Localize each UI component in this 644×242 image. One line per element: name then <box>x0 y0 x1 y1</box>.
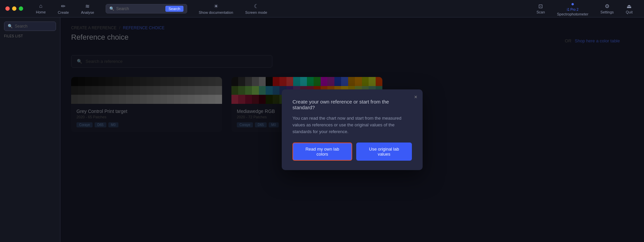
close-button[interactable] <box>5 6 10 11</box>
quit-icon: ⏏ <box>627 3 632 9</box>
sidebar: 🔍 FILES LIST <box>0 17 60 242</box>
search-bar: 🔍 Search <box>106 4 187 13</box>
nav-spectrophotometer-label: Spectrophotometer <box>557 12 589 16</box>
modal-title: Create your own reference or start from … <box>292 99 412 110</box>
nav-home[interactable]: ⌂ Home <box>30 2 52 15</box>
maximize-button[interactable] <box>19 6 23 11</box>
nav-spectrophotometer[interactable]: ● i1 Pro 2 Spectrophotometer <box>551 0 595 17</box>
traffic-lights <box>5 6 23 11</box>
nav-home-label: Home <box>36 10 46 14</box>
nav-quit[interactable]: ⏏ Quit <box>620 2 639 15</box>
modal-buttons: Read my own lab colors Use original lab … <box>292 143 412 161</box>
nav-settings-label: Settings <box>600 10 614 14</box>
scan-icon: ⊡ <box>538 3 543 9</box>
modal-close-button[interactable]: × <box>414 94 417 100</box>
doc-icon: ☀ <box>214 3 218 9</box>
nav-show-doc-label: Show documentation <box>199 10 233 14</box>
sidebar-search-icon: 🔍 <box>8 24 13 29</box>
create-icon: ✏ <box>61 3 65 9</box>
files-list-label: FILES LIST <box>4 34 56 38</box>
nav-scan[interactable]: ⊡ Scan <box>530 2 551 15</box>
nav-screen-mode-label: Screen mode <box>245 10 267 14</box>
spectrophotometer-icon: ● <box>571 1 574 7</box>
search-input[interactable] <box>116 6 163 11</box>
nav-scan-label: Scan <box>536 10 545 14</box>
sidebar-search-input[interactable] <box>15 24 52 29</box>
nav-screen-mode[interactable]: ☾ Screen mode <box>239 2 273 16</box>
nav-settings[interactable]: ⚙ Settings <box>594 2 620 15</box>
nav-right: ⊡ Scan ● i1 Pro 2 Spectrophotometer ⚙ Se… <box>530 0 639 17</box>
settings-icon: ⚙ <box>605 3 609 9</box>
nav-quit-label: Quit <box>626 10 633 14</box>
modal: × Create your own reference or start fro… <box>282 89 423 170</box>
home-icon: ⌂ <box>39 3 43 9</box>
use-original-lab-values-button[interactable]: Use original lab values <box>356 143 412 161</box>
nav-analyse-label: Analyse <box>81 10 94 14</box>
search-icon: 🔍 <box>109 6 114 11</box>
content-area: CREATE A REFERENCE / REFERENCE CHOICE Re… <box>60 17 644 242</box>
search-button[interactable]: Search <box>165 6 184 12</box>
nav-analyse[interactable]: ≋ Analyse <box>75 2 100 16</box>
modal-overlay: × Create your own reference or start fro… <box>60 17 644 242</box>
titlebar: ⌂ Home ✏ Create ≋ Analyse 🔍 Search ☀ Sho… <box>0 0 644 17</box>
nav-spectrophotometer-device: i1 Pro 2 <box>567 8 578 11</box>
read-own-lab-colors-button[interactable]: Read my own lab colors <box>292 143 352 161</box>
nav-items: ⌂ Home ✏ Create ≋ Analyse 🔍 Search ☀ Sho… <box>30 2 530 16</box>
main-layout: 🔍 FILES LIST CREATE A REFERENCE / REFERE… <box>0 17 644 242</box>
screen-mode-icon: ☾ <box>254 3 259 9</box>
modal-body: You can read the chart now and start fro… <box>292 115 412 135</box>
nav-create[interactable]: ✏ Create <box>52 2 75 16</box>
nav-show-doc[interactable]: ☀ Show documentation <box>193 2 239 16</box>
minimize-button[interactable] <box>12 6 16 11</box>
analyse-icon: ≋ <box>85 3 90 9</box>
sidebar-search[interactable]: 🔍 <box>4 22 56 31</box>
nav-create-label: Create <box>58 10 69 14</box>
